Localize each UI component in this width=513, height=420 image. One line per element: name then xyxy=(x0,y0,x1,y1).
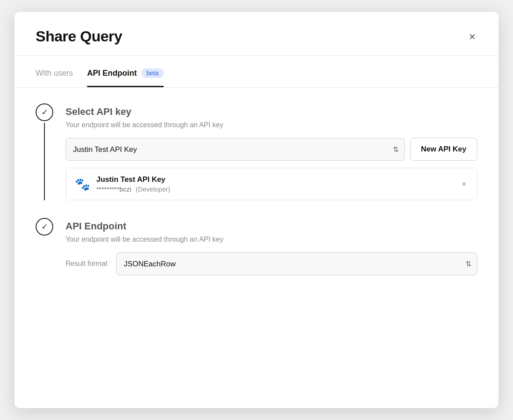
share-query-modal: Share Query × With users API Endpoint be… xyxy=(15,12,498,408)
api-key-role: (Developer) xyxy=(136,185,170,193)
result-format-label: Result format xyxy=(66,260,107,268)
header-divider xyxy=(15,55,498,56)
api-key-select-wrapper: Justin Test API Key ⇅ xyxy=(66,138,405,161)
select-api-key-section: ✓ Select API key Your endpoint will be a… xyxy=(36,103,477,200)
api-key-info: Justin Test API Key *********bczi (Devel… xyxy=(96,175,454,193)
result-format-select-wrapper: JSONEachRow JSON CSV TSV ⇅ xyxy=(116,252,477,275)
tab-with-users[interactable]: With users xyxy=(36,60,73,87)
api-key-select[interactable]: Justin Test API Key xyxy=(66,138,405,161)
step-line-1 xyxy=(44,123,45,200)
modal-header: Share Query × xyxy=(15,12,498,55)
tab-with-users-label: With users xyxy=(36,69,73,78)
api-endpoint-content: API Endpoint Your endpoint will be acces… xyxy=(66,218,477,275)
api-endpoint-section: ✓ API Endpoint Your endpoint will be acc… xyxy=(36,218,477,275)
modal-title: Share Query xyxy=(36,28,122,45)
api-key-select-row: Justin Test API Key ⇅ New API Key xyxy=(66,138,477,161)
select-api-key-title: Select API key xyxy=(66,106,477,118)
api-key-masked: *********bczi xyxy=(96,185,131,193)
step-circle-1: ✓ xyxy=(36,103,53,121)
result-format-select[interactable]: JSONEachRow JSON CSV TSV xyxy=(116,252,477,275)
api-key-remove-button[interactable]: × xyxy=(460,178,468,190)
step-circle-2: ✓ xyxy=(36,218,53,236)
api-key-name: Justin Test API Key xyxy=(96,175,454,184)
step-check-icon-2: ✓ xyxy=(41,222,48,232)
api-endpoint-description: Your endpoint will be accessed through a… xyxy=(66,236,477,243)
step-indicator-2: ✓ xyxy=(36,218,53,275)
tab-api-endpoint[interactable]: API Endpoint beta xyxy=(87,59,164,87)
new-api-key-button[interactable]: New API Key xyxy=(410,138,477,161)
result-format-row: Result format JSONEachRow JSON CSV TSV ⇅ xyxy=(66,252,477,275)
api-key-card: 🐾 Justin Test API Key *********bczi (Dev… xyxy=(66,168,477,200)
select-api-key-content: Select API key Your endpoint will be acc… xyxy=(66,103,477,200)
api-key-meta: *********bczi (Developer) xyxy=(96,185,454,193)
step-indicator-1: ✓ xyxy=(36,103,53,200)
api-endpoint-title: API Endpoint xyxy=(66,221,477,232)
close-button[interactable]: × xyxy=(467,29,477,44)
modal-body: ✓ Select API key Your endpoint will be a… xyxy=(15,88,498,408)
select-api-key-description: Your endpoint will be accessed through a… xyxy=(66,121,477,129)
step-check-icon-1: ✓ xyxy=(41,107,48,117)
beta-badge: beta xyxy=(141,68,164,78)
api-key-user-icon: 🐾 xyxy=(75,177,90,192)
tab-api-endpoint-label: API Endpoint xyxy=(87,69,137,78)
tabs-container: With users API Endpoint beta xyxy=(15,59,498,87)
